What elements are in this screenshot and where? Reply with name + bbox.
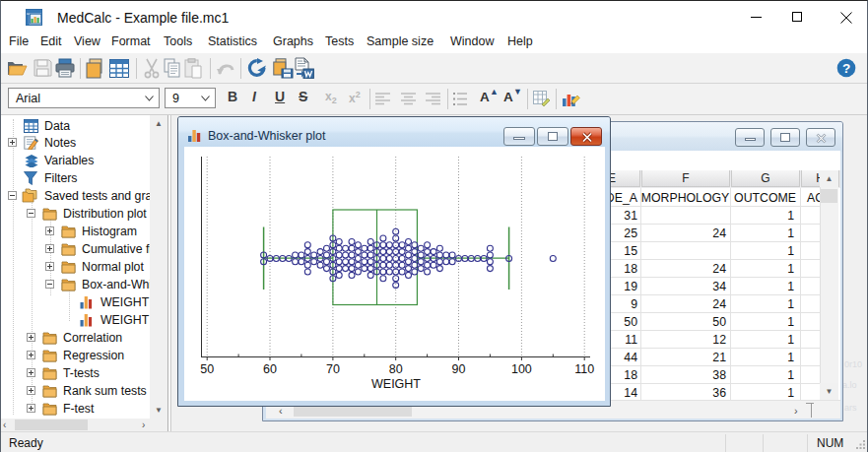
- svg-text:70: 70: [326, 362, 340, 376]
- svg-text:110: 110: [574, 362, 594, 376]
- svg-text:90: 90: [452, 362, 466, 376]
- svg-text:?: ?: [842, 61, 850, 76]
- svg-text:50: 50: [200, 362, 214, 376]
- svg-text:60: 60: [263, 362, 277, 376]
- svg-text:80: 80: [389, 362, 403, 376]
- svg-text:WEIGHT: WEIGHT: [371, 377, 421, 391]
- svg-text:100: 100: [511, 362, 532, 376]
